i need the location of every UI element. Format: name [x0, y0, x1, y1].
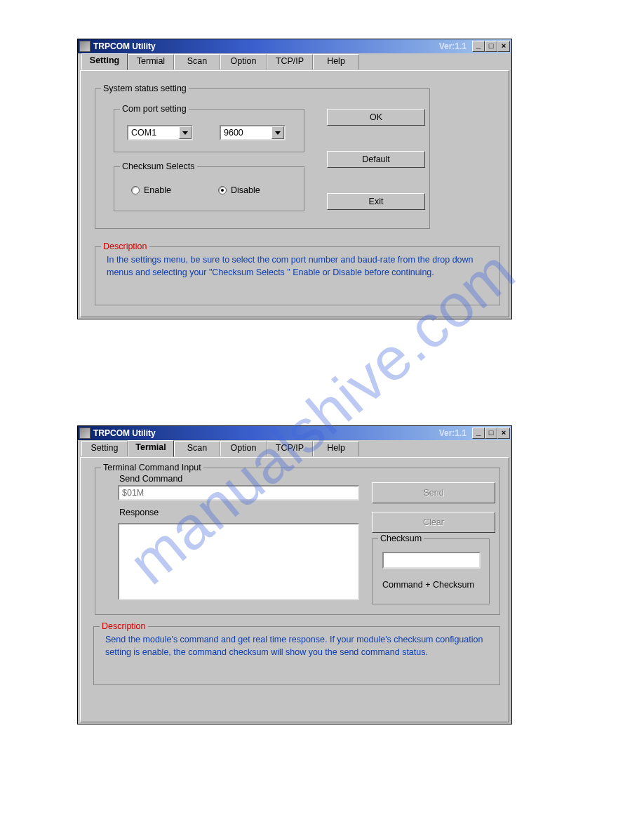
send-command-input[interactable]: $01M	[118, 485, 359, 501]
tab-scan[interactable]: Scan	[174, 441, 220, 456]
response-label: Response	[119, 508, 159, 517]
radio-enable-label: Enable	[144, 185, 171, 195]
tab-option[interactable]: Option	[220, 54, 267, 70]
exit-button[interactable]: Exit	[327, 193, 425, 210]
maximize-button[interactable]: □	[485, 41, 497, 52]
radio-enable[interactable]: Enable	[131, 185, 171, 195]
send-command-label: Send Command	[119, 474, 182, 484]
checksum-output	[382, 552, 481, 569]
close-button[interactable]: ×	[497, 428, 510, 439]
radio-disable-label: Disable	[231, 185, 260, 195]
tab-panel-setting: System status setting Com port setting C…	[80, 70, 509, 317]
tab-terminal[interactable]: Termial	[128, 54, 174, 70]
tab-tcpip[interactable]: TCP/IP	[267, 54, 313, 70]
chevron-down-icon	[271, 126, 284, 139]
minimize-button[interactable]: _	[472, 428, 485, 439]
groupbox-com-port: Com port setting COM1 9600	[114, 109, 304, 152]
close-icon: ×	[502, 429, 507, 437]
radio-icon	[218, 186, 227, 194]
description-text: Send the module's command and get real t…	[105, 634, 490, 658]
tab-tcpip[interactable]: TCP/IP	[267, 441, 313, 456]
com-port-value: COM1	[131, 128, 156, 138]
clear-button[interactable]: Clear	[372, 512, 495, 533]
titlebar-title: TRPCOM Utility	[93, 41, 156, 51]
checksum-footer: Command + Checksum	[382, 580, 474, 590]
groupbox-description: Description In the settings menu, be sur…	[95, 246, 500, 305]
app-icon	[79, 41, 90, 52]
checksum-legend: Checksum Selects	[120, 161, 197, 171]
minimize-icon: _	[476, 42, 481, 51]
tab-setting[interactable]: Setting	[81, 53, 128, 70]
tab-help[interactable]: Help	[313, 54, 359, 70]
titlebar: TRPCOM Utility Ver:1.1 _ □ ×	[78, 39, 511, 53]
description-legend: Description	[101, 241, 149, 251]
baud-rate-select[interactable]: 9600	[220, 125, 286, 140]
groupbox-description: Description Send the module's command an…	[93, 626, 500, 685]
groupbox-checksum: Checksum Command + Checksum	[372, 538, 490, 604]
radio-disable[interactable]: Disable	[218, 185, 260, 195]
tab-setting[interactable]: Setting	[81, 441, 128, 456]
tab-option[interactable]: Option	[220, 441, 267, 456]
description-text: In the settings menu, be sure to select …	[107, 254, 490, 279]
com-port-legend: Com port setting	[120, 104, 189, 114]
titlebar-version: Ver:1.1	[439, 428, 467, 438]
close-icon: ×	[502, 42, 507, 51]
radio-icon	[131, 186, 140, 194]
checksum-legend: Checksum	[378, 534, 424, 543]
baud-rate-value: 9600	[224, 128, 243, 138]
maximize-button[interactable]: □	[485, 428, 497, 439]
tab-terminal[interactable]: Termial	[128, 440, 174, 457]
titlebar-title: TRPCOM Utility	[93, 428, 156, 438]
tab-panel-terminal: Terminal Command Input Send Command $01M…	[80, 457, 509, 722]
chevron-down-icon	[179, 126, 192, 139]
system-status-legend: System status setting	[101, 84, 189, 93]
groupbox-checksum-selects: Checksum Selects Enable Disable	[114, 166, 304, 211]
default-button[interactable]: Default	[327, 151, 425, 168]
maximize-icon: □	[489, 42, 494, 51]
tab-help[interactable]: Help	[313, 441, 359, 456]
groupbox-system-status: System status setting Com port setting C…	[95, 88, 430, 229]
send-button[interactable]: Send	[372, 482, 495, 503]
window-terminal: TRPCOM Utility Ver:1.1 _ □ × Setting Ter…	[77, 425, 512, 724]
description-legend: Description	[100, 621, 148, 631]
groupbox-terminal-command: Terminal Command Input Send Command $01M…	[95, 468, 500, 615]
window-setting: TRPCOM Utility Ver:1.1 _ □ × Setting Ter…	[77, 39, 512, 319]
response-textarea[interactable]	[118, 523, 359, 600]
terminal-legend: Terminal Command Input	[101, 463, 203, 472]
minimize-icon: _	[476, 429, 481, 437]
app-icon	[79, 428, 90, 439]
com-port-select[interactable]: COM1	[127, 125, 193, 140]
ok-button[interactable]: OK	[327, 109, 425, 126]
titlebar: TRPCOM Utility Ver:1.1 _ □ ×	[78, 426, 511, 440]
titlebar-version: Ver:1.1	[439, 41, 467, 51]
tab-scan[interactable]: Scan	[174, 54, 220, 70]
minimize-button[interactable]: _	[472, 41, 485, 52]
maximize-icon: □	[489, 429, 494, 437]
close-button[interactable]: ×	[497, 41, 510, 52]
